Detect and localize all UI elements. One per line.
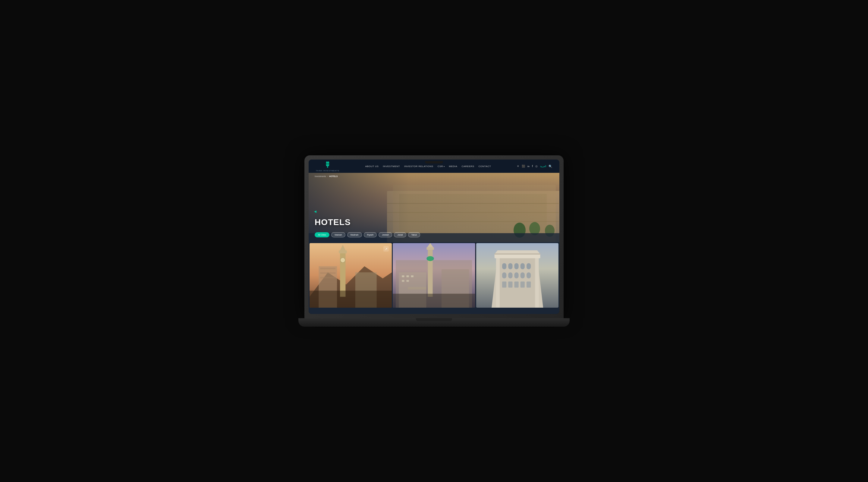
laptop-mockup: TAIBA INVESTMENTS ABOUT US INVESTMENT IN…: [299, 147, 569, 335]
svg-rect-27: [320, 277, 336, 278]
svg-point-23: [340, 258, 345, 262]
website-content: TAIBA INVESTMENTS ABOUT US INVESTMENT IN…: [309, 160, 559, 314]
breadcrumb: Investments › HOTELS: [315, 175, 338, 177]
twitter-icon[interactable]: ✕: [517, 165, 519, 168]
svg-rect-60: [502, 281, 506, 287]
svg-rect-59: [527, 273, 531, 278]
filter-jubail[interactable]: Jubail: [394, 232, 406, 237]
svg-rect-21: [339, 250, 347, 253]
laptop-screen-body: TAIBA INVESTMENTS ABOUT US INVESTMENT IN…: [304, 155, 564, 318]
svg-rect-43: [408, 287, 427, 289]
svg-rect-67: [494, 253, 540, 255]
svg-rect-32: [428, 248, 433, 297]
svg-point-35: [427, 256, 434, 261]
svg-rect-54: [527, 263, 531, 270]
camera-notch: [425, 161, 443, 164]
svg-rect-64: [527, 281, 531, 287]
arabic-lang-link[interactable]: العربية: [540, 165, 546, 168]
filter-tabuk[interactable]: Tabuk: [408, 232, 421, 237]
csr-dropdown-icon: ▾: [444, 165, 445, 167]
filter-makkah[interactable]: Makkah: [331, 232, 345, 237]
screen-bezel: TAIBA INVESTMENTS ABOUT US INVESTMENT IN…: [309, 160, 559, 314]
svg-rect-48: [496, 257, 499, 308]
svg-rect-53: [520, 263, 524, 270]
hotel-card-2[interactable]: [393, 243, 475, 308]
nav-links: ABOUT US INVESTMENT INVESTOR RELATIONS C…: [365, 165, 491, 168]
filter-madinah[interactable]: Madinah: [347, 232, 362, 237]
nav-about[interactable]: ABOUT US: [365, 165, 379, 168]
city-filter: All Cities Makkah Madinah Riyadh Jeddah …: [315, 232, 420, 237]
svg-rect-38: [402, 275, 404, 277]
svg-rect-65: [494, 254, 540, 258]
nav-contact[interactable]: CONTACT: [478, 165, 491, 168]
svg-rect-42: [407, 280, 409, 282]
svg-rect-55: [502, 273, 506, 278]
page-title: HOTELS: [315, 218, 351, 227]
breadcrumb-separator: ›: [327, 175, 328, 177]
svg-rect-51: [508, 263, 513, 270]
brand-mark: ◂: [314, 208, 316, 214]
svg-rect-16: [309, 173, 559, 242]
svg-rect-44: [393, 294, 475, 308]
hero-background: [309, 173, 559, 242]
svg-rect-33: [427, 247, 434, 250]
hotel-gallery: ↗: [309, 242, 559, 309]
instagram-icon[interactable]: ◎: [535, 165, 538, 168]
nav-investor-relations[interactable]: INVESTOR RELATIONS: [404, 165, 433, 168]
svg-rect-61: [508, 281, 513, 287]
laptop-base: [299, 318, 569, 327]
search-icon[interactable]: 🔍: [549, 165, 552, 168]
site-logo[interactable]: TAIBA INVESTMENTS: [316, 161, 339, 172]
facebook-icon[interactable]: f: [532, 165, 533, 168]
nav-media[interactable]: MEDIA: [449, 165, 458, 168]
svg-rect-56: [508, 273, 513, 278]
svg-rect-5: [327, 165, 328, 168]
nav-careers[interactable]: CAREERS: [461, 165, 474, 168]
svg-rect-26: [320, 273, 336, 274]
breadcrumb-current: HOTELS: [329, 175, 338, 177]
hotel-card-3[interactable]: [476, 243, 558, 308]
svg-rect-41: [402, 280, 404, 282]
filter-all-cities[interactable]: All Cities: [315, 232, 330, 237]
breadcrumb-parent: Investments: [315, 175, 326, 177]
linkedin-icon[interactable]: in: [527, 165, 530, 168]
hotel-card-1-arrow[interactable]: ↗: [383, 246, 389, 252]
svg-rect-63: [520, 281, 524, 287]
svg-rect-40: [411, 275, 413, 277]
filter-jeddah[interactable]: Jeddah: [378, 232, 392, 237]
brand-chevron-icon: ◂: [314, 208, 316, 214]
svg-rect-58: [520, 273, 524, 278]
svg-rect-62: [514, 281, 518, 287]
svg-rect-52: [514, 263, 518, 270]
svg-rect-50: [502, 263, 506, 270]
svg-rect-57: [514, 273, 518, 278]
logo-text: TAIBA INVESTMENTS: [316, 170, 339, 172]
svg-rect-39: [407, 275, 409, 277]
filter-riyadh[interactable]: Riyadh: [364, 232, 377, 237]
nav-investment[interactable]: INVESTMENT: [383, 165, 400, 168]
hotel-card-1[interactable]: ↗: [310, 243, 392, 308]
social-links: ✕ ⬛ in f ◎ العربية 🔍: [517, 165, 552, 168]
svg-rect-25: [320, 268, 336, 270]
snapchat-icon[interactable]: ⬛: [522, 165, 525, 168]
nav-csr[interactable]: CSR ▾: [438, 165, 445, 168]
hero-section: Investments › HOTELS ◂ HOTELS All Citi: [309, 173, 559, 242]
svg-rect-29: [310, 291, 392, 308]
svg-rect-49: [535, 257, 538, 308]
